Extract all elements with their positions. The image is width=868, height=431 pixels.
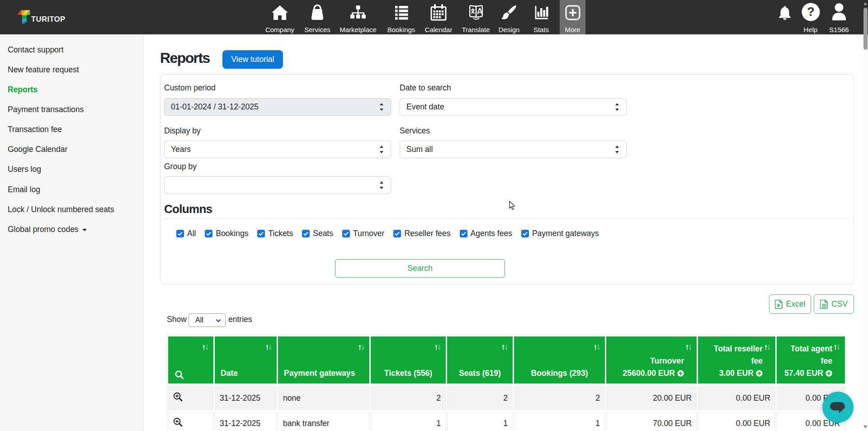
svg-text:?: ?	[807, 5, 815, 19]
